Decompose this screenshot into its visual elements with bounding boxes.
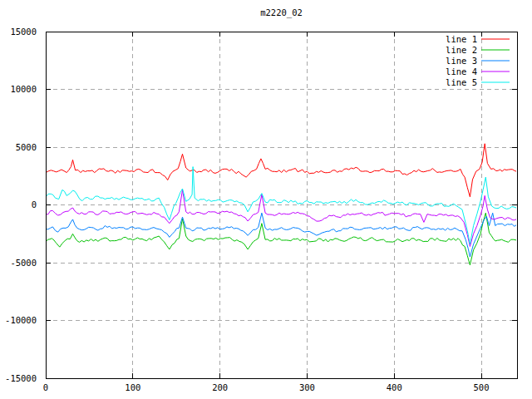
legend-label: line 3 — [446, 56, 477, 66]
y-tick-label: 5000 — [16, 142, 37, 152]
x-tick-label: 100 — [125, 382, 140, 392]
x-tick-label: 200 — [212, 382, 228, 392]
y-tick-label: 15000 — [10, 27, 37, 37]
series-line-1 — [46, 144, 516, 197]
legend-label: line 4 — [446, 66, 477, 76]
x-tick-label: 300 — [299, 382, 315, 392]
series-line-2 — [46, 213, 516, 265]
legend: line 1line 2line 3line 4line 5 — [446, 34, 510, 87]
x-tick-label: 400 — [387, 382, 402, 392]
plot-svg: 0100200300400500-15000-10000-50000500010… — [0, 0, 532, 399]
series-line-3 — [46, 213, 516, 257]
y-tick-label: 0 — [32, 200, 37, 209]
y-tick-label: -5000 — [10, 258, 37, 268]
y-tick-label: -15000 — [5, 373, 37, 383]
x-tick-label: 500 — [474, 382, 490, 392]
y-tick-label: 10000 — [10, 84, 37, 94]
legend-label: line 5 — [446, 77, 477, 87]
series-line-5 — [46, 167, 516, 244]
x-tick-label: 0 — [43, 382, 48, 392]
legend-label: line 1 — [446, 34, 477, 44]
gnuplot-window: m2220_02 0100200300400500-15000-10000-50… — [0, 0, 532, 399]
y-tick-label: -10000 — [5, 315, 37, 325]
legend-label: line 2 — [446, 45, 477, 55]
